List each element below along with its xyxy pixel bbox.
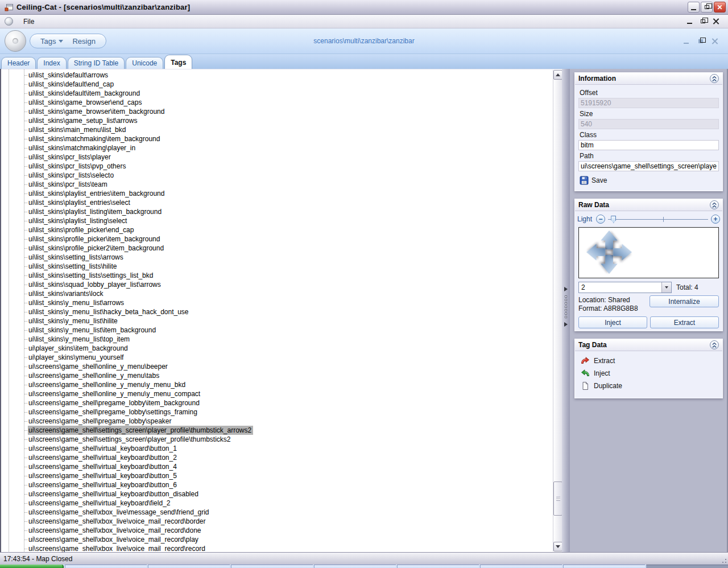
scroll-thumb[interactable] <box>553 481 562 516</box>
tree-scrollbar[interactable] <box>553 70 562 551</box>
tag-extract-button[interactable]: Extract <box>581 355 717 367</box>
scroll-up-button[interactable] <box>553 70 562 80</box>
tree-item[interactable]: ui\list_skins\y_menu_list\item_backgroun… <box>1 326 553 335</box>
class-field[interactable] <box>578 140 719 150</box>
taskbar-button[interactable] <box>314 565 396 568</box>
tree-item[interactable]: ui\screens\game_shell\xbox_live\voice_ma… <box>1 544 553 552</box>
tree-item[interactable]: ui\list_skins\setting_lists\arrows <box>1 253 553 262</box>
tree-item[interactable]: ui\player_skins\ymenu_yourself <box>1 353 553 362</box>
tree-item[interactable]: ui\list_skins\matchmaking\player_in <box>1 143 553 153</box>
taskbar-button[interactable] <box>65 565 147 568</box>
raw-extract-button[interactable]: Extract <box>650 316 719 328</box>
tab-unicode[interactable]: Unicode <box>126 57 163 69</box>
tab-index[interactable]: Index <box>37 57 66 69</box>
collapse-panel-button[interactable] <box>710 200 719 209</box>
mdi-close-icon[interactable] <box>713 18 720 24</box>
tree-item[interactable]: ui\screens\game_shell\virtual_keyboard\b… <box>1 489 553 499</box>
tree-item[interactable]: ui\screens\game_shell\virtual_keyboard\b… <box>1 462 553 471</box>
tree-item[interactable]: ui\list_skins\game_browser\item_backgrou… <box>1 107 553 116</box>
slider-thumb[interactable] <box>611 216 616 223</box>
tree-item[interactable]: ui\list_skins\main_menu\list_bkd <box>1 125 553 134</box>
splitter[interactable] <box>562 69 570 552</box>
taskbar-button[interactable] <box>148 565 230 568</box>
tree-item[interactable]: ui\screens\game_shell\online_y_menu\tabs <box>1 371 553 380</box>
tree-item[interactable]: ui\screens\game_shell\virtual_keyboard\b… <box>1 471 553 480</box>
tag-duplicate-button[interactable]: Duplicate <box>581 380 717 392</box>
taskbar-button[interactable] <box>480 565 562 568</box>
tree-item[interactable]: ui\list_skins\default\item_background <box>1 89 553 98</box>
start-button[interactable] <box>0 565 64 568</box>
tree-item[interactable]: ui\list_skins\default\end_cap <box>1 80 553 89</box>
taskbar-button[interactable] <box>563 565 645 568</box>
tree-item[interactable]: ui\screens\game_shell\settings_screen\pl… <box>1 426 553 435</box>
tree-item[interactable]: ui\screens\game_shell\xbox_live\message_… <box>1 508 553 517</box>
bitmap-index-combobox[interactable]: 2 <box>578 282 672 293</box>
tree-item[interactable]: ui\screens\game_shell\settings_screen\pl… <box>1 435 553 444</box>
tree-item[interactable]: ui\list_skins\profile_picker\item_backgr… <box>1 234 553 244</box>
tree-item[interactable]: ui\list_skins\setting_lists\hilite <box>1 262 553 271</box>
tree-item[interactable]: ui\list_skins\y_menu_list\arrows <box>1 298 553 307</box>
tree-item[interactable]: ui\list_skins\pcr_lists\player <box>1 153 553 162</box>
tree-item[interactable]: ui\list_skins\game_setup_list\arrows <box>1 116 553 125</box>
tree-item[interactable]: ui\list_skins\pcr_lists\selecto <box>1 171 553 180</box>
tree-item[interactable]: ui\screens\game_shell\xbox_live\voice_ma… <box>1 517 553 526</box>
zoom-out-button[interactable]: − <box>596 215 605 224</box>
tree-item[interactable]: ui\list_skins\playlist_listing\item_back… <box>1 207 553 216</box>
tree-item[interactable]: ui\list_skins\variants\lock <box>1 289 553 298</box>
ribbon-close-icon[interactable] <box>712 38 719 44</box>
combobox-dropdown-button[interactable] <box>661 282 671 293</box>
tree-item[interactable]: ui\list_skins\profile_picker2\item_backg… <box>1 244 553 253</box>
tree-item[interactable]: ui\list_skins\playlist_entries\select <box>1 198 553 207</box>
mdi-restore-icon[interactable] <box>700 18 707 24</box>
taskbar-button[interactable] <box>231 565 313 568</box>
tree-item[interactable]: ui\screens\game_shell\pregame_lobby\spea… <box>1 417 553 426</box>
tree-item[interactable]: ui\screens\game_shell\xbox_live\voice_ma… <box>1 526 553 535</box>
taskbar-button[interactable] <box>397 565 479 568</box>
path-field[interactable] <box>578 161 719 171</box>
tree-item[interactable]: ui\list_skins\matchmaking\item_backgroun… <box>1 134 553 143</box>
splitter-collapse-handle[interactable] <box>563 287 568 327</box>
tree-item[interactable]: ui\list_skins\default\arrows <box>1 71 553 80</box>
tree-item[interactable]: ui\player_skins\item_background <box>1 344 553 353</box>
tab-tags[interactable]: Tags <box>164 55 192 69</box>
resize-grip[interactable] <box>720 557 727 563</box>
collapse-panel-button[interactable] <box>710 340 719 349</box>
mdi-minimize-icon[interactable] <box>686 18 694 24</box>
resign-button[interactable]: Resign <box>69 36 98 47</box>
tree-item[interactable]: ui\screens\game_shell\online_y_menu\beep… <box>1 362 553 371</box>
tree-item[interactable]: ui\list_skins\playlist_entries\item_back… <box>1 189 553 198</box>
zoom-in-button[interactable]: + <box>711 215 720 224</box>
scroll-down-button[interactable] <box>553 542 562 551</box>
tree-item[interactable]: ui\list_skins\y_menu_list\hilite <box>1 316 553 326</box>
tree-item[interactable]: ui\list_skins\squad_lobby_player_list\ar… <box>1 280 553 289</box>
tags-menu-button[interactable]: Tags <box>37 36 67 47</box>
tree-item[interactable]: ui\screens\game_shell\virtual_keyboard\f… <box>1 499 553 508</box>
tree-item[interactable]: ui\list_skins\playlist_listing\select <box>1 216 553 225</box>
save-button[interactable]: Save <box>580 176 718 185</box>
ribbon-minimize-icon[interactable] <box>683 38 690 44</box>
minimize-button[interactable] <box>688 2 700 13</box>
close-button[interactable]: ✕ <box>714 2 726 13</box>
tree-item[interactable]: ui\screens\game_shell\online_y_menu\y_me… <box>1 389 553 398</box>
restore-button[interactable] <box>701 2 713 13</box>
app-orb-icon[interactable] <box>5 30 26 52</box>
tree-item[interactable]: ui\screens\game_shell\virtual_keyboard\b… <box>1 480 553 489</box>
tree-item[interactable]: ui\screens\game_shell\virtual_keyboard\b… <box>1 453 553 462</box>
taskbar-button[interactable] <box>646 565 728 568</box>
tree-item[interactable]: ui\screens\game_shell\pregame_lobby\item… <box>1 398 553 408</box>
ribbon-restore-icon[interactable] <box>697 38 705 44</box>
tree-item[interactable]: ui\screens\game_shell\online_y_menu\y_me… <box>1 380 553 389</box>
tree-item[interactable]: ui\screens\game_shell\virtual_keyboard\b… <box>1 444 553 453</box>
tree-item[interactable]: ui\list_skins\pcr_lists\team <box>1 180 553 189</box>
tree-item[interactable]: ui\list_skins\y_menu_list\hacky_beta_hac… <box>1 307 553 316</box>
tag-inject-button[interactable]: Inject <box>581 367 717 380</box>
tree-item[interactable]: ui\list_skins\pcr_lists\pvp_others <box>1 162 553 171</box>
tab-header[interactable]: Header <box>1 57 36 69</box>
raw-inject-button[interactable]: Inject <box>578 316 647 328</box>
tab-string-id-table[interactable]: String ID Table <box>68 57 125 69</box>
tree-item[interactable]: ui\list_skins\setting_lists\settings_lis… <box>1 271 553 280</box>
internalize-button[interactable]: Internalize <box>650 295 719 307</box>
tree-item[interactable]: ui\screens\game_shell\xbox_live\voice_ma… <box>1 535 553 544</box>
tree-item[interactable]: ui\screens\game_shell\pregame_lobby\sett… <box>1 408 553 417</box>
collapse-panel-button[interactable] <box>710 74 719 83</box>
